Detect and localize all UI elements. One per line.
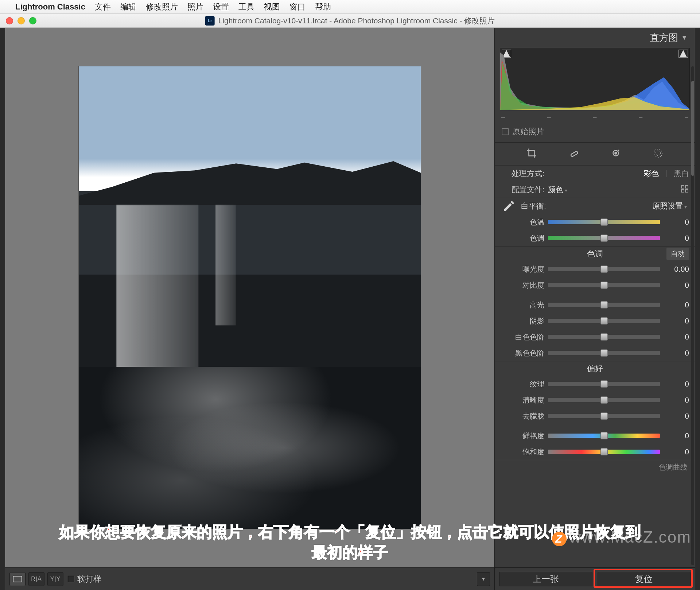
redeye-tool-button[interactable] [610,148,621,160]
develop-panel: 直方图 ▼ ––––– 原始照片 [494,28,695,590]
heal-tool-button[interactable] [568,148,579,160]
photo-preview [78,66,421,529]
dehaze-value[interactable]: 0 [664,412,689,420]
macos-menubar: Lightroom Classic 文件 编辑 修改照片 照片 设置 工具 视图… [0,0,700,14]
svg-rect-0 [13,576,22,582]
presence-section-title: 偏好 [587,363,603,374]
white-balance-picker-button[interactable] [501,198,517,214]
svg-rect-11 [685,190,688,192]
wb-preset-dropdown[interactable]: 原照设置 [557,201,689,211]
contrast-slider[interactable] [548,283,660,287]
reset-button[interactable]: 复位 [598,572,691,586]
softproof-checkbox[interactable]: 软打样 [68,574,101,585]
menubar-item-tools[interactable]: 工具 [238,1,254,12]
checkbox-icon [502,128,509,135]
canvas-toolbar: R|A Y|Y 软打样 ▾ [5,567,494,590]
profile-dropdown[interactable]: 颜色 [548,185,569,195]
before-after-yy-button[interactable]: Y|Y [47,572,63,586]
svg-point-7 [656,151,661,155]
window-controls [6,17,36,24]
menubar-item-help[interactable]: 帮助 [315,1,331,12]
highlights-label: 高光 [501,300,544,310]
softproof-label: 软打样 [77,574,101,585]
loupe-view-button[interactable] [9,572,26,586]
mask-tool-button[interactable] [653,148,664,160]
exposure-value[interactable]: 0.00 [664,265,689,273]
temp-slider[interactable] [548,220,660,224]
vibrance-value[interactable]: 0 [664,431,689,440]
saturation-value[interactable]: 0 [664,447,689,456]
clarity-value[interactable]: 0 [664,396,689,404]
exposure-slider[interactable] [548,267,660,271]
treatment-color-button[interactable]: 彩色 [643,168,659,179]
auto-tone-button[interactable]: 自动 [666,248,689,260]
temp-value[interactable]: 0 [664,218,689,226]
image-canvas[interactable] [5,28,494,567]
menubar-appname[interactable]: Lightroom Classic [15,2,85,12]
zoom-window-button[interactable] [29,17,36,24]
highlights-slider[interactable] [548,303,660,307]
clarity-slider[interactable] [548,398,660,402]
app-body: R|A Y|Y 软打样 ▾ 直方图 ▼ [0,28,700,590]
svg-rect-9 [685,186,688,188]
histogram-panel-header[interactable]: 直方图 ▼ [495,28,695,48]
saturation-slider[interactable] [548,450,660,454]
checkbox-icon [68,576,74,582]
whites-slider[interactable] [548,335,660,339]
panel-disclosure-icon: ▼ [681,34,688,42]
dehaze-slider[interactable] [548,414,660,418]
shadows-slider[interactable] [548,319,660,323]
close-window-button[interactable] [6,17,13,24]
crop-tool-button[interactable] [526,148,537,160]
tint-label: 色调 [501,233,544,243]
whites-value[interactable]: 0 [664,333,689,341]
menubar-item-settings[interactable]: 设置 [213,1,229,12]
vibrance-label: 鲜艳度 [501,431,544,441]
texture-value[interactable]: 0 [664,380,689,388]
exposure-label: 曝光度 [501,264,544,274]
menubar-item-view[interactable]: 视图 [264,1,280,12]
wb-label: 白平衡: [521,201,554,211]
previous-photo-button[interactable]: 上一张 [499,572,592,586]
contrast-label: 对比度 [501,280,544,290]
loupe-icon [13,576,22,582]
texture-slider[interactable] [548,382,660,386]
window-titlebar: Lr Lightroom Catalog-v10-v11.lrcat - Ado… [0,14,700,28]
menubar-item-window[interactable]: 窗口 [289,1,306,12]
vibrance-slider[interactable] [548,434,660,438]
before-after-ra-button[interactable]: R|A [28,572,44,586]
tint-value[interactable]: 0 [664,234,689,242]
profile-browser-button[interactable] [680,185,689,195]
histogram-title: 直方图 [650,31,678,44]
blacks-label: 黑色色阶 [501,348,544,358]
tint-slider[interactable] [548,236,660,240]
left-panel-collapse-handle[interactable] [0,28,5,590]
menubar-item-edit[interactable]: 编辑 [120,1,136,12]
window-title: Lightroom Catalog-v10-v11.lrcat - Adobe … [218,16,495,26]
shadows-value[interactable]: 0 [664,317,689,325]
shadows-label: 阴影 [501,316,544,326]
toolbar-more-button[interactable]: ▾ [477,572,490,586]
contrast-value[interactable]: 0 [664,281,689,290]
profile-label: 配置文件: [501,185,544,195]
texture-label: 纹理 [501,379,544,389]
histogram-region-labels: ––––– [495,112,695,124]
blacks-value[interactable]: 0 [664,349,689,357]
saturation-label: 饱和度 [501,447,544,457]
menubar-item-file[interactable]: 文件 [95,1,111,12]
minimize-window-button[interactable] [18,17,25,24]
panel-scrollbar[interactable] [691,66,694,565]
treatment-bw-button[interactable]: 黑白 [674,168,689,179]
blacks-slider[interactable] [548,351,660,355]
menubar-item-develop[interactable]: 修改照片 [146,1,178,12]
svg-rect-3 [570,151,578,156]
tone-curve-panel-header[interactable]: 色调曲线 [501,460,689,472]
right-panel-collapse-handle[interactable] [695,28,700,590]
histogram[interactable] [500,48,690,110]
highlights-value[interactable]: 0 [664,300,689,309]
menubar-item-photo[interactable]: 照片 [187,1,203,12]
dehaze-label: 去朦胧 [501,411,544,421]
svg-rect-8 [681,186,684,188]
original-photo-toggle[interactable]: 原始照片 [495,124,695,143]
scrollbar-thumb[interactable] [691,81,694,176]
